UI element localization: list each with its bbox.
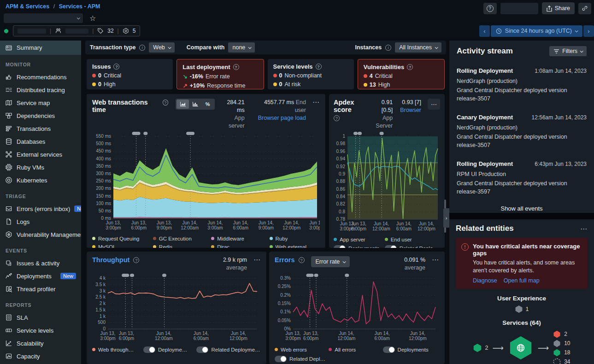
tag-count[interactable]: 32: [107, 28, 113, 34]
legend-gc-execution[interactable]: GC Execution: [153, 236, 208, 241]
sidebar-item-capacity[interactable]: Capacity: [0, 350, 81, 363]
show-all-events-link[interactable]: Show all events: [457, 205, 587, 212]
toggle-deployments[interactable]: Deployments: [383, 346, 439, 353]
legend-end-user[interactable]: End user: [385, 237, 440, 242]
services-breakdown-row[interactable]: 2: [553, 330, 570, 338]
browser-page-load-link[interactable]: Browser page load: [255, 114, 306, 122]
help-icon[interactable]: ?: [407, 64, 413, 70]
entity-selector-redacted[interactable]: [4, 13, 83, 23]
user-experience-node[interactable]: 1: [456, 305, 588, 313]
card-last-deployment[interactable]: Last deployment?↘-16%Error rate↗+10%Resp…: [176, 59, 264, 89]
toggle-switch[interactable]: [275, 356, 287, 362]
diagnose-link[interactable]: Diagnose: [473, 277, 497, 284]
help-button[interactable]: ?: [483, 3, 497, 14]
legend-web-errors[interactable]: Web errors: [275, 346, 326, 353]
error-rate-select[interactable]: Error rate: [311, 256, 350, 267]
sidebar-item-errors-errors-inbox-[interactable]: Errors (errors inbox)New: [0, 202, 81, 215]
toggle-switch[interactable]: [383, 346, 395, 353]
time-next-button[interactable]: ›: [583, 25, 594, 37]
sidebar-item-distributed-tracing[interactable]: Distributed tracing: [0, 83, 81, 96]
sidebar-item-ruby-vms[interactable]: Ruby VMs: [0, 161, 81, 174]
sidebar-item-kubernetes[interactable]: Kubernetes: [0, 174, 81, 187]
info-icon[interactable]: i: [385, 45, 391, 51]
activity-event[interactable]: Canary Deployment12:56am Jun 14, 2023Ner…: [457, 114, 587, 149]
toggle-deployments[interactable]: Deployments: [143, 346, 188, 353]
sidebar-item-issues-activity[interactable]: Issues & activity: [0, 257, 81, 270]
time-prev-button[interactable]: ‹: [479, 25, 490, 37]
toggle-deployments[interactable]: Deployments: [334, 245, 382, 248]
apdex-browser-link[interactable]: Browser: [400, 106, 421, 114]
activity-event[interactable]: Rolling Deployment1:08am Jun 14, 2023Ner…: [457, 67, 587, 103]
share-button[interactable]: Share: [542, 2, 575, 14]
workload-count[interactable]: 5: [133, 28, 136, 34]
related-entities-menu-button[interactable]: ⋯: [580, 225, 588, 232]
sidebar-item-scalability[interactable]: Scalability: [0, 337, 81, 350]
instances-select[interactable]: All Instances: [395, 42, 441, 53]
help-icon[interactable]: ?: [233, 64, 239, 70]
help-icon[interactable]: ?: [316, 64, 322, 70]
activity-event[interactable]: Rolling Deployment6:43pm Jun 13, 2023RPM…: [457, 160, 587, 196]
copy-link-button[interactable]: [578, 3, 591, 14]
sidebar-item-databases[interactable]: Databases: [0, 135, 81, 148]
legend-dirac[interactable]: Dirac: [211, 244, 266, 248]
sidebar-item-sla[interactable]: SLA: [0, 311, 81, 324]
toggle-related-deployments[interactable]: Related Deployments: [196, 346, 261, 353]
filters-button[interactable]: Filters: [549, 46, 587, 56]
legend-middleware[interactable]: Middleware: [211, 236, 266, 241]
compare-with-select[interactable]: none: [228, 42, 255, 53]
services-entry-node[interactable]: 2: [473, 343, 488, 352]
toggle-switch[interactable]: [143, 346, 155, 353]
sidebar-item-summary[interactable]: Summary: [0, 41, 81, 55]
legend-web-external[interactable]: Web external: [270, 244, 320, 248]
legend-ruby[interactable]: Ruby: [270, 236, 320, 241]
time-range-button[interactable]: Since 24 hours ago (UTC): [491, 25, 582, 37]
legend-mysql[interactable]: MySQL: [92, 244, 150, 248]
panel-menu-button[interactable]: ⋯: [253, 256, 261, 263]
sidebar-item-dependencies[interactable]: Dependencies: [0, 109, 81, 122]
toggle-switch[interactable]: [334, 245, 346, 248]
toggle-related-deployments[interactable]: Related Deployments: [385, 245, 440, 248]
toggle-related-deployments[interactable]: Related Deployments: [275, 356, 326, 362]
help-icon[interactable]: ?: [163, 100, 168, 106]
sidebar-item-deployments[interactable]: DeploymentsNew: [0, 270, 81, 282]
card-vulnerabilities[interactable]: Vulnerabilities?4Critical13High: [358, 59, 445, 89]
sidebar-item-vulnerability-management[interactable]: Vulnerability Management: [0, 228, 81, 241]
help-icon[interactable]: ?: [334, 115, 340, 121]
rail-collapse-button[interactable]: ›: [443, 208, 449, 228]
sidebar-item-logs[interactable]: Logs: [0, 215, 81, 228]
sidebar-item-external-services[interactable]: External services: [0, 148, 81, 161]
legend-web-throughput[interactable]: Web throughput: [92, 346, 135, 353]
sidebar-item-transactions[interactable]: Transactions: [0, 122, 81, 135]
services-breakdown-row[interactable]: 18: [553, 349, 570, 357]
card-issues[interactable]: Issues?0Critical0High: [87, 59, 173, 89]
services-breakdown-row[interactable]: 10: [553, 340, 570, 347]
help-icon[interactable]: ?: [113, 64, 119, 70]
favorite-star-icon[interactable]: ☆: [89, 15, 96, 22]
help-icon[interactable]: ?: [133, 257, 139, 263]
errors-title[interactable]: Errors: [275, 256, 295, 264]
legend-all-errors[interactable]: All errors: [329, 346, 380, 353]
legend-redis[interactable]: Redis: [153, 244, 208, 248]
area-chart-button[interactable]: [176, 100, 189, 109]
breadcrumb-services-apm[interactable]: Services - APM: [59, 3, 100, 10]
bar-chart-button[interactable]: [189, 100, 201, 109]
sidebar-item-service-levels[interactable]: Service levels: [0, 324, 81, 337]
card-service-levels[interactable]: Service levels?0Non-compliant0At risk: [268, 59, 354, 89]
sidebar-item-thread-profiler[interactable]: Thread profiler: [0, 282, 81, 295]
panel-menu-button[interactable]: ⋯: [428, 99, 440, 110]
services-hub-node[interactable]: [508, 335, 534, 361]
panel-menu-button[interactable]: ⋯: [312, 99, 320, 106]
toggle-switch[interactable]: [385, 245, 397, 248]
toggle-switch[interactable]: [196, 346, 208, 353]
info-icon[interactable]: i: [139, 45, 145, 51]
breadcrumb-apm-services[interactable]: APM & Services: [6, 3, 49, 10]
transaction-type-select[interactable]: Web: [149, 42, 174, 53]
sidebar-item-recommendations[interactable]: Recommendations: [0, 70, 81, 83]
legend-request-queuing[interactable]: Request Queuing: [92, 236, 150, 241]
help-icon[interactable]: ?: [299, 257, 305, 263]
percent-view-button[interactable]: %: [201, 100, 214, 109]
panel-menu-button[interactable]: ⋯: [432, 256, 439, 263]
legend-app-server[interactable]: App server: [334, 237, 382, 242]
throughput-title[interactable]: Throughput: [92, 256, 129, 264]
open-full-map-link[interactable]: Open full map: [504, 277, 540, 284]
